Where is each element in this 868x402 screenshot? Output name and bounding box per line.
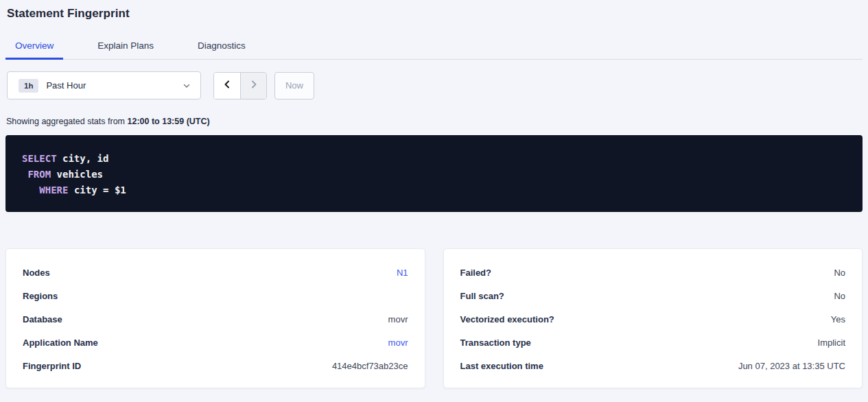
table-row: Transaction type Implicit [460,331,846,354]
sql-line: SELECT city, id [22,153,108,164]
table-row: Nodes N1 [23,261,408,284]
time-nav-arrows [213,72,267,99]
execution-attributes-card: Failed? No Full scan? No Vectorized exec… [443,248,863,388]
sql-line: WHERE city = $1 [22,185,126,196]
row-label-nodes: Nodes [23,268,50,278]
tab-overview[interactable]: Overview [5,36,63,60]
table-row: Full scan? No [460,284,846,307]
tab-explain-plans-label: Explain Plans [97,40,154,51]
tab-diagnostics-label: Diagnostics [198,40,246,51]
tab-bar: Overview Explain Plans Diagnostics [5,36,863,60]
now-button[interactable]: Now [274,72,314,99]
chevron-down-icon [183,82,191,90]
last-execution-time-value: Jun 07, 2023 at 13:35 UTC [738,361,845,371]
time-interval-select[interactable]: 1h Past Hour [7,71,201,99]
database-value: movr [388,314,408,324]
sql-statement-box: SELECT city, id FROM vehicles WHERE city… [5,135,863,212]
chevron-left-icon [222,80,232,91]
nodes-link[interactable]: N1 [397,268,408,278]
table-row: Regions [23,284,408,307]
summary-cards: Nodes N1 Regions Database movr Applicati… [5,248,863,388]
tab-explain-plans[interactable]: Explain Plans [88,36,163,60]
statement-fingerprint-page: Statement Fingerprint Overview Explain P… [0,7,868,388]
time-duration-badge: 1h [19,79,38,93]
page-title: Statement Fingerprint [7,7,863,21]
failed-value: No [834,268,845,278]
fingerprint-id-value: 414e4bcf73ab23ce [332,361,408,371]
vectorized-execution-value: Yes [831,314,845,324]
row-label-application-name: Application Name [23,338,98,348]
transaction-type-value: Implicit [818,338,845,348]
sql-statement: SELECT city, id FROM vehicles WHERE city… [22,151,846,198]
row-label-regions: Regions [23,291,58,301]
tab-overview-label: Overview [15,40,54,51]
time-interval-label: Past Hour [46,80,86,91]
table-row: Database movr [23,307,408,331]
chevron-right-icon [249,80,259,91]
table-row: Fingerprint ID 414e4bcf73ab23ce [23,354,408,377]
row-label-vectorized-execution: Vectorized execution? [460,314,554,324]
table-row: Failed? No [460,261,846,284]
statement-details-card: Nodes N1 Regions Database movr Applicati… [5,248,425,388]
full-scan-value: No [834,291,845,301]
table-row: Vectorized execution? Yes [460,307,846,331]
previous-interval-button[interactable] [214,73,240,99]
row-label-last-execution-time: Last execution time [460,361,543,371]
table-row: Last execution time Jun 07, 2023 at 13:3… [460,354,846,377]
table-row: Application Name movr [23,331,408,354]
stats-time-range: 12:00 to 13:59 (UTC) [128,117,210,126]
row-label-transaction-type: Transaction type [460,338,531,348]
row-label-fingerprint-id: Fingerprint ID [23,361,81,371]
stats-prefix: Showing aggregated stats from [6,117,128,126]
tab-diagnostics[interactable]: Diagnostics [188,36,255,60]
application-name-link[interactable]: movr [388,338,408,348]
time-controls: 1h Past Hour Now [7,71,863,99]
sql-line: FROM vehicles [22,169,103,180]
aggregated-stats-text: Showing aggregated stats from 12:00 to 1… [6,117,863,126]
row-label-database: Database [23,314,62,324]
row-label-full-scan: Full scan? [460,291,504,301]
next-interval-button[interactable] [240,73,266,99]
row-label-failed: Failed? [460,268,492,278]
